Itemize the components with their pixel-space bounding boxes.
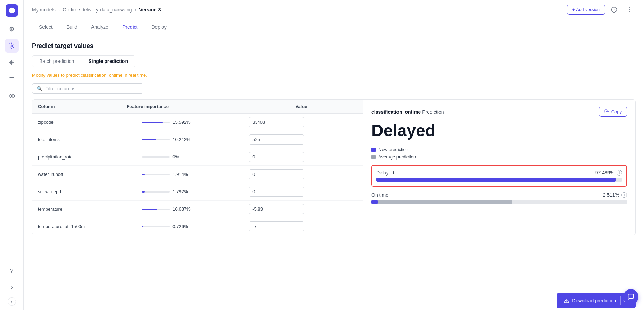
table-row: total_items 10.212% [32, 131, 363, 148]
cell-importance-2: 0% [136, 148, 243, 166]
value-input-5[interactable] [249, 204, 304, 214]
settings-icon[interactable]: ⚙ [5, 22, 19, 36]
prediction-tabs: Batch prediction Single prediction [32, 55, 135, 67]
tab-build[interactable]: Build [59, 19, 84, 35]
single-prediction-tab[interactable]: Single prediction [81, 56, 135, 67]
search-input[interactable] [45, 86, 139, 91]
result-classes: Delayed 97.489% i On time 2.511% i [371, 165, 627, 204]
tab-deploy[interactable]: Deploy [144, 19, 174, 35]
value-input-0[interactable] [249, 117, 304, 127]
panels: Column Feature importance Value zipcode … [32, 99, 636, 235]
tab-nav: Select Build Analyze Predict Deploy [24, 19, 644, 35]
breadcrumb-version: Version 3 [139, 7, 161, 13]
download-label: Download prediction [572, 298, 616, 303]
tab-select[interactable]: Select [32, 19, 59, 35]
class-bar-0 [376, 178, 622, 182]
new-bar-0 [376, 178, 616, 182]
table-row: temperature 10.637% [32, 201, 363, 218]
table-row: precipitation_rate 0% [32, 148, 363, 166]
cell-value-5[interactable] [243, 201, 363, 218]
value-input-1[interactable] [249, 134, 304, 145]
cell-value-0[interactable] [243, 114, 363, 131]
sidebar-bottom: ? [5, 264, 19, 295]
app-logo[interactable] [6, 4, 18, 17]
legend-avg: Average prediction [371, 154, 627, 160]
predict-subtitle: Modify values to predict classification_… [32, 73, 636, 78]
legend: New prediction Average prediction [371, 147, 627, 160]
legend-avg-dot [371, 155, 376, 159]
value-input-2[interactable] [249, 152, 304, 162]
export-icon[interactable] [5, 281, 19, 295]
svg-point-1 [11, 45, 13, 47]
copy-button[interactable]: Copy [599, 107, 627, 117]
main-content: My models › On-time-delivery-data_nanwan… [24, 0, 644, 310]
breadcrumb-dataset[interactable]: On-time-delivery-data_nanwang [63, 7, 132, 13]
breadcrumb-my-models[interactable]: My models [32, 7, 56, 13]
class-name-1: On time [371, 192, 388, 198]
value-input-4[interactable] [249, 187, 304, 197]
result-header: classification_ontime Prediction Copy [371, 107, 627, 117]
cell-importance-5: 10.637% [136, 201, 243, 218]
page-title: Predict target values [32, 42, 636, 50]
class-name-0: Delayed [376, 170, 394, 176]
col-header-column: Column [32, 100, 121, 114]
asterisk-icon[interactable]: ✳ [5, 56, 19, 70]
cell-importance-6: 0.726% [136, 218, 243, 235]
result-panel: classification_ontime Prediction Copy De… [363, 100, 635, 235]
breadcrumb-sep-2: › [135, 7, 137, 13]
sidebar: ⚙ ✳ ☰ ? › [0, 0, 24, 310]
table-header-row: Column Feature importance Value [32, 100, 363, 114]
feature-data-table: zipcode 15.592% total_items 10.212% prec… [32, 114, 363, 235]
search-box: 🔍 [32, 83, 143, 94]
cell-value-1[interactable] [243, 131, 363, 148]
batch-prediction-tab[interactable]: Batch prediction [32, 56, 81, 67]
breadcrumb-sep-1: › [58, 7, 60, 13]
class-info-icon-1[interactable]: i [621, 192, 627, 198]
svg-rect-5 [606, 111, 609, 114]
cell-value-6[interactable] [243, 218, 363, 235]
feature-table: Column Feature importance Value [32, 100, 363, 114]
table-panel: Column Feature importance Value zipcode … [32, 100, 363, 235]
prediction-class-0: Delayed 97.489% i [371, 165, 627, 187]
new-bar-1 [371, 200, 378, 204]
download-bar: Download prediction ▾ [24, 291, 644, 310]
help-icon[interactable]: ? [5, 264, 19, 278]
class-info-icon-0[interactable]: i [617, 170, 622, 176]
legend-avg-label: Average prediction [378, 154, 416, 160]
predict-container: Predict target values Batch prediction S… [24, 35, 644, 242]
cell-column-2: precipitation_rate [32, 148, 136, 166]
dual-circle-icon[interactable] [5, 89, 19, 103]
list-icon[interactable]: ☰ [5, 72, 19, 86]
result-prediction-label: Prediction [422, 109, 444, 115]
cell-column-4: snow_depth [32, 183, 136, 201]
col-header-value: Value [290, 100, 363, 114]
page-content: Predict target values Batch prediction S… [24, 35, 644, 310]
cell-value-3[interactable] [243, 166, 363, 183]
legend-new-dot [371, 148, 376, 152]
prediction-value: Delayed [371, 121, 627, 140]
class-pct-0: 97.489% i [595, 170, 622, 176]
cell-column-3: water_runoff [32, 166, 136, 183]
table-row: zipcode 15.592% [32, 114, 363, 131]
cell-value-2[interactable] [243, 148, 363, 166]
table-row: snow_depth 1.792% [32, 183, 363, 201]
value-input-6[interactable] [249, 221, 304, 231]
chat-button[interactable] [623, 289, 638, 304]
cell-value-4[interactable] [243, 183, 363, 201]
top-nav: My models › On-time-delivery-data_nanwan… [24, 0, 644, 19]
tab-analyze[interactable]: Analyze [84, 19, 115, 35]
ml-icon[interactable] [5, 39, 19, 53]
cell-importance-4: 1.792% [136, 183, 243, 201]
tab-predict[interactable]: Predict [115, 19, 145, 35]
copy-label: Copy [611, 109, 622, 114]
prediction-class-1: On time 2.511% i [371, 192, 627, 204]
history-button[interactable] [608, 3, 620, 16]
sidebar-expand-button[interactable]: › [8, 297, 16, 306]
add-version-button[interactable]: + Add version [567, 5, 605, 15]
class-pct-1: 2.511% i [603, 192, 627, 198]
svg-marker-0 [9, 8, 15, 14]
value-input-3[interactable] [249, 169, 304, 179]
cell-importance-1: 10.212% [136, 131, 243, 148]
more-button[interactable]: ⋮ [623, 3, 636, 16]
legend-new-label: New prediction [378, 147, 408, 152]
